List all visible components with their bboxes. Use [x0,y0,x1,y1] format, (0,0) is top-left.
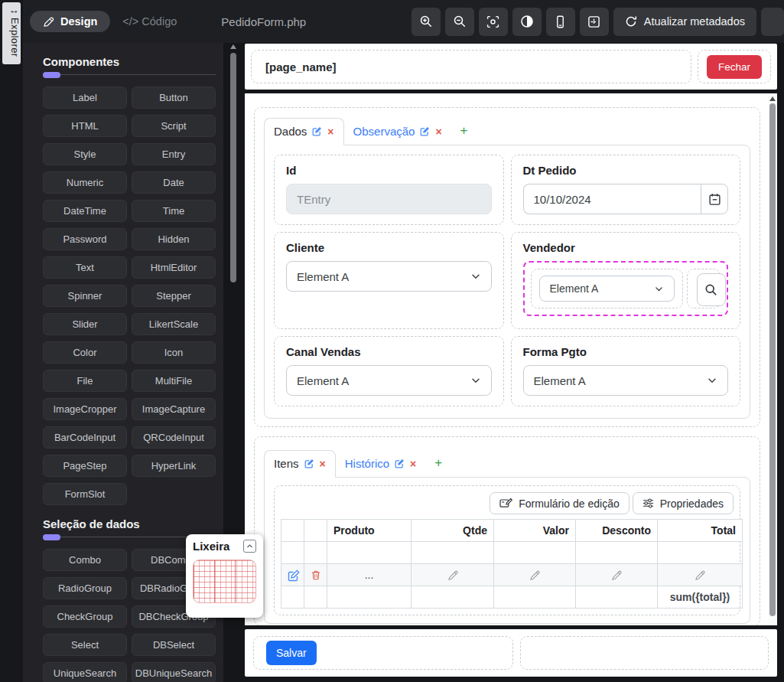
component-button[interactable]: Style [43,143,127,165]
component-button[interactable]: Hidden [132,228,216,250]
tab-itens[interactable]: Itens × [264,450,336,478]
component-button[interactable]: Color [43,341,127,364]
component-button[interactable]: Date [132,171,216,194]
close-tab-icon[interactable]: × [435,126,441,138]
close-button-slot[interactable]: Fechar [698,50,771,83]
component-button[interactable]: Script [132,115,216,137]
component-button[interactable]: HtmlEditor [132,256,216,279]
valor-link-icon[interactable] [529,569,541,582]
field-dt-pedido[interactable]: Dt Pedido [511,155,741,225]
tab-dados[interactable]: Dados × [264,118,344,145]
scroll-up-arrow-icon[interactable] [230,44,236,49]
component-button[interactable]: Icon [132,341,216,364]
component-button[interactable]: FormSlot [43,483,127,505]
form-edicao-button[interactable]: Formulário de edição [490,492,629,514]
id-input[interactable] [286,184,492,214]
propriedades-button[interactable]: Propriedades [633,492,734,514]
component-button[interactable]: File [43,370,127,392]
component-button[interactable]: LikertScale [132,313,216,335]
close-tab-icon[interactable]: × [320,458,326,470]
save-button-slot[interactable]: Salvar [253,636,513,670]
component-button[interactable]: HTML [43,115,127,137]
footer-empty-slot[interactable] [520,636,769,670]
zoom-out-button[interactable] [445,8,474,36]
contrast-button[interactable] [512,8,542,36]
component-button[interactable]: HyperLink [132,455,216,477]
vendedor-select[interactable]: Element A [539,276,675,302]
edit-tab-icon[interactable] [304,458,314,468]
capture-button[interactable] [479,8,508,36]
component-button[interactable]: Entry [132,143,216,165]
cliente-select[interactable]: Element A [286,261,492,292]
explorer-vertical-tab[interactable]: ↕ Explorer [2,2,21,64]
edit-tab-icon[interactable] [312,126,322,136]
col-valor[interactable]: Valor [494,520,576,542]
close-tab-icon[interactable]: × [327,126,333,138]
zoom-in-button[interactable] [412,8,441,36]
itens-section-container[interactable]: Itens × Histórico × + Formul [254,436,760,625]
partial-toolbar-button[interactable] [761,8,784,36]
codigo-tab[interactable]: </> Código [122,15,177,28]
canal-vendas-select[interactable]: Element A [286,365,492,396]
component-button[interactable]: Spinner [43,285,127,307]
design-tab[interactable]: Design [30,11,110,32]
qtde-link-icon[interactable] [447,569,459,582]
row-delete-icon[interactable] [311,569,321,581]
tab-observacao[interactable]: Observação × [344,119,451,145]
field-canal-vendas[interactable]: Canal Vendas Element A [274,336,504,406]
fechar-button[interactable]: Fechar [707,55,762,79]
forma-pgto-select[interactable]: Element A [523,365,729,396]
calendar-button[interactable] [701,184,728,214]
add-tab-icon[interactable]: + [434,455,442,477]
component-button[interactable]: ImageCropper [43,398,127,420]
field-forma-pgto[interactable]: Forma Pgto Element A [511,336,741,406]
dt-pedido-input[interactable] [523,184,701,214]
dados-section-container[interactable]: Dados × Observação × + Id [254,107,760,427]
component-button[interactable]: UniqueSearch [43,662,127,682]
component-button[interactable]: Numeric [43,171,127,194]
mobile-preview-button[interactable] [546,8,575,36]
col-qtde[interactable]: Qtde [412,520,494,542]
component-button[interactable]: ImageCapture [132,398,216,420]
component-button[interactable]: Text [43,256,127,279]
vendedor-search-button[interactable] [697,273,726,306]
component-button[interactable]: QRCodeInput [132,426,216,449]
col-produto[interactable]: Produto [327,520,412,542]
component-button[interactable]: MultiFile [132,370,216,392]
total-link-icon[interactable] [694,569,706,582]
component-button[interactable]: Button [132,86,216,109]
produto-placeholder-cell[interactable]: ... [327,564,412,586]
component-button[interactable]: PageStep [43,455,127,477]
vendedor-search-slot[interactable] [687,269,721,308]
component-button[interactable]: Password [43,228,127,250]
vendedor-select-slot[interactable]: Element A [531,269,683,308]
salvar-button[interactable]: Salvar [266,641,317,665]
sum-total-cell[interactable]: sum({total}) [658,586,743,609]
component-button[interactable]: Label [43,86,127,109]
component-button[interactable]: Slider [43,313,127,335]
field-cliente[interactable]: Cliente Element A [274,232,504,329]
scroll-up-arrow-icon[interactable] [769,96,776,101]
canvas-scrollbar[interactable] [769,93,776,625]
component-button[interactable]: Combo [43,549,127,571]
component-button[interactable]: DBUniqueSearch [132,662,216,682]
field-id[interactable]: Id [274,155,504,225]
collapse-panel-button[interactable] [243,540,256,553]
component-button[interactable]: Stepper [132,285,216,307]
tab-historico[interactable]: Histórico × [336,451,426,477]
component-button[interactable]: Time [132,200,216,222]
sidebar-scrollbar-thumb[interactable] [230,53,236,282]
edit-tab-icon[interactable] [395,458,405,468]
add-tab-icon[interactable]: + [460,123,468,145]
field-vendedor[interactable]: Vendedor Element A [511,232,741,329]
row-edit-icon[interactable] [288,569,300,582]
component-button[interactable]: Select [43,634,127,656]
layout-grid-button[interactable] [580,8,609,36]
desconto-link-icon[interactable] [610,569,623,582]
lixeira-drop-area[interactable] [193,560,256,603]
col-desconto[interactable]: Desconto [576,520,658,542]
close-tab-icon[interactable]: × [410,458,416,470]
component-button[interactable]: RadioGroup [43,577,127,599]
component-button[interactable]: CheckGroup [43,605,127,628]
itens-grid-slot[interactable]: Formulário de edição Propriedades [274,485,740,615]
